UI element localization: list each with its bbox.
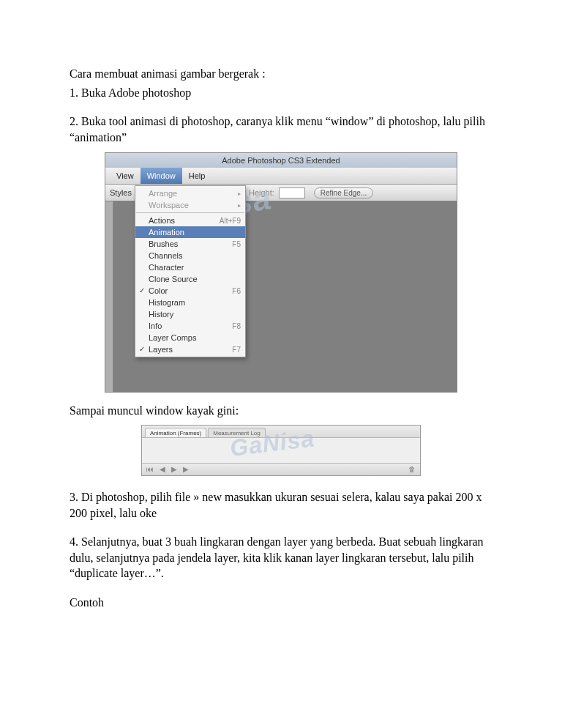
panel-footer: ⏮ ◀ ▶ ▶ 🗑 — [142, 463, 420, 475]
tab-measurement-log[interactable]: Measurement Log — [208, 428, 265, 437]
height-input[interactable] — [279, 187, 305, 198]
screenshot-animation-panel: Animation (Frames) Measurement Log GaNis… — [141, 425, 421, 476]
play-icon[interactable]: ▶ — [171, 465, 177, 473]
next-frame-icon[interactable]: ▶ — [183, 465, 189, 473]
prev-frame-icon[interactable]: ◀ — [160, 465, 165, 473]
menu-item-actions[interactable]: ActionsAlt+F9 — [135, 215, 245, 226]
submenu-arrow-icon: ▸ — [238, 202, 241, 209]
menu-item-history[interactable]: History — [135, 308, 245, 320]
panel-body — [142, 438, 420, 463]
paragraph-step4: 4. Selanjutnya, buat 3 buah lingkaran de… — [70, 534, 492, 582]
menu-help[interactable]: Help — [182, 168, 212, 184]
menu-item-clone-source[interactable]: Clone Source — [135, 273, 245, 285]
menu-item-layers[interactable]: ✓ LayersF7 — [135, 343, 245, 355]
screenshot-photoshop-menu: Adobe Photoshop CS3 Extended View Window… — [105, 152, 457, 393]
trash-icon[interactable]: 🗑 — [408, 465, 416, 473]
paragraph-result: Sampai muncul window kayak gini: — [70, 403, 492, 419]
panel-tabs: Animation (Frames) Measurement Log — [142, 426, 420, 438]
menu-item-animation[interactable]: Animation — [135, 226, 245, 238]
menu-item-workspace[interactable]: Workspace▸ — [135, 199, 245, 211]
menu-item-layer-comps[interactable]: Layer Comps — [135, 332, 245, 343]
menu-item-character[interactable]: Character — [135, 261, 245, 273]
menu-item-arrange[interactable]: Arrange▸ — [135, 187, 245, 199]
menu-window[interactable]: Window — [140, 168, 182, 184]
styles-label: Styles — [110, 188, 132, 197]
check-icon: ✓ — [139, 345, 145, 353]
menu-item-info[interactable]: InfoF8 — [135, 320, 245, 332]
submenu-arrow-icon: ▸ — [238, 190, 241, 197]
left-dock — [105, 201, 113, 392]
paragraph-step3: 3. Di photoshop, pilih file » new masukk… — [70, 489, 492, 521]
window-titlebar: Adobe Photoshop CS3 Extended — [105, 153, 457, 168]
menu-separator — [136, 212, 244, 213]
paragraph-step1: 1. Buka Adobe photoshop — [70, 85, 492, 101]
paragraph-step2: 2. Buka tool animasi di photoshop, caran… — [70, 114, 492, 145]
height-label: Height: — [249, 188, 274, 197]
menu-view[interactable]: View — [110, 168, 140, 184]
menu-item-brushes[interactable]: BrushesF5 — [135, 238, 245, 250]
paragraph-contoh: Contoh — [70, 595, 492, 611]
menu-item-channels[interactable]: Channels — [135, 250, 245, 261]
tab-animation-frames[interactable]: Animation (Frames) — [145, 428, 206, 437]
app-menubar: View Window Help — [105, 168, 457, 185]
check-icon: ✓ — [139, 286, 145, 294]
refine-edge-button[interactable]: Refine Edge... — [314, 187, 373, 198]
window-dropdown-menu: Arrange▸ Workspace▸ ActionsAlt+F9 Animat… — [135, 185, 246, 357]
menu-item-color[interactable]: ✓ ColorF6 — [135, 285, 245, 297]
rewind-icon[interactable]: ⏮ — [146, 465, 154, 473]
menu-item-histogram[interactable]: Histogram — [135, 297, 245, 308]
paragraph-intro: Cara membuat animasi gambar bergerak : — [70, 66, 492, 82]
document-page: Cara membuat animasi gambar bergerak : 1… — [0, 0, 562, 643]
